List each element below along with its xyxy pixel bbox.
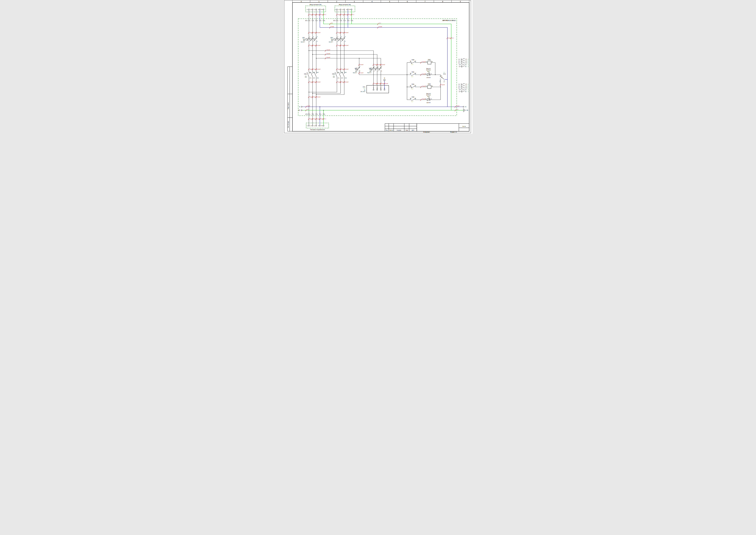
- enclosure-boundary: [298, 18, 457, 116]
- schematic-label: 4: [313, 41, 314, 42]
- schematic-label: 10: [377, 88, 378, 89]
- schematic-label: x1: [425, 73, 426, 74]
- aux-contact-no-blade: [411, 99, 415, 101]
- schematic-label: 3L2: [341, 72, 343, 73]
- schematic-label: N: [346, 9, 347, 10]
- wire-blue: [320, 10, 447, 107]
- schematic-label: L3: [342, 9, 343, 10]
- xref-contact-symbol: [461, 84, 462, 85]
- terminal: [351, 20, 352, 21]
- aux-contact-no-blade: [411, 74, 415, 76]
- schematic-label: Включен: [426, 70, 431, 70]
- schematic-label: 4: [378, 70, 378, 71]
- wire-color-label: Черный: [327, 53, 330, 54]
- contactor-pole-arc: [340, 72, 341, 73]
- junction-dot: [323, 110, 324, 111]
- xref-contact-symbol: [461, 91, 464, 92]
- schematic-label: 1L1: [310, 72, 311, 73]
- schematic-label: 11: [380, 88, 381, 89]
- schematic-label: 6kA: [303, 40, 305, 41]
- xref-right-terminal: 2T1: [465, 84, 467, 85]
- schematic-label: 6kA: [355, 71, 357, 72]
- wire-color-slash: [446, 37, 448, 39]
- xref-contact-symbol: [461, 59, 464, 60]
- wire-color-label: Ж-З: [452, 38, 454, 39]
- wire-color-label: Черный: [327, 49, 330, 50]
- schematic-label: 5: [352, 20, 353, 21]
- schematic-label: N: [318, 125, 319, 126]
- xref-contact-symbol: [461, 87, 462, 88]
- xref-sheet-reference: /5.0: [468, 59, 470, 60]
- xref-left-terminal: 3L2: [458, 61, 460, 62]
- schematic-label: Питание потребителя: [310, 129, 325, 130]
- junction-dot: [407, 74, 407, 75]
- wire-color-label: Черный: [317, 97, 320, 98]
- wire-black: [309, 76, 337, 92]
- schematic-label: L2: [310, 125, 311, 126]
- wire-color-label: Синий: [456, 105, 459, 106]
- schematic-label: Ввод питания №2: [339, 4, 351, 5]
- wire-color-slash: [308, 96, 310, 98]
- schematic-label: 62: [415, 61, 416, 62]
- terminal: [315, 20, 317, 21]
- xref-left-terminal: 1L1: [458, 84, 460, 85]
- terminal: [312, 9, 313, 10]
- schematic-label: /5.8: [364, 88, 365, 89]
- ruler-number: 5: [389, 1, 390, 2]
- schematic-label: 4: [321, 114, 321, 115]
- wire-color-label: Черный: [345, 45, 348, 46]
- schematic-label: A1: [426, 61, 427, 62]
- wire-color-label: Черный: [345, 69, 348, 70]
- schematic-label: 3: [313, 36, 314, 37]
- ruler-number: 4: [371, 1, 372, 2]
- schematic-label: 50A: [331, 39, 333, 40]
- wire-color-label: Ж-З: [379, 23, 381, 24]
- schematic-label: QF1: [302, 37, 305, 39]
- terminal: [315, 9, 317, 10]
- schematic-label: KM1: [412, 83, 414, 85]
- schematic-label: 61: [410, 61, 411, 62]
- wire-color-label: Ж-З: [352, 14, 354, 15]
- schematic-label: KM2: [428, 83, 431, 85]
- wire-color-label: Черный: [317, 32, 320, 33]
- terminal: [319, 125, 320, 126]
- wire-color-slash: [308, 69, 310, 70]
- terminal: [312, 114, 313, 115]
- xref-right-terminal: 54: [465, 89, 467, 90]
- contactor-pole-blade: [307, 72, 309, 76]
- terminal: [301, 110, 302, 111]
- terminal: [323, 9, 324, 10]
- schematic-label: A2: [432, 86, 433, 87]
- schematic-label: 1: [360, 66, 360, 67]
- ruler-number: 8: [442, 1, 443, 2]
- terminal: [463, 106, 464, 107]
- xref-left-terminal: 5L3: [458, 62, 460, 64]
- wire-color-slash: [308, 118, 310, 120]
- xref-right-terminal: 6T3: [465, 62, 467, 64]
- schematic-label: com: [443, 81, 445, 82]
- wire-color-label: Ж-З: [307, 109, 309, 110]
- terminal: [347, 20, 348, 21]
- schematic-label: 2T1: [338, 77, 339, 78]
- schematic-label: 2: [374, 70, 375, 71]
- schematic-label: 2: [341, 20, 342, 21]
- schematic-label: HL1: [427, 71, 430, 72]
- xref-contact-symbol: [461, 60, 462, 62]
- schematic-label: 5L3: [317, 72, 319, 73]
- schematic-label: 3p: [364, 90, 365, 91]
- xref-contact-symbol: [461, 62, 464, 64]
- wire-color-label: Черный: [441, 84, 445, 85]
- junction-dot: [316, 94, 316, 95]
- wire-color-label: Черный: [422, 73, 426, 74]
- schematic-label: 6A: [370, 70, 371, 70]
- ruler-number: 1: [318, 1, 319, 2]
- xref-sheet-reference: /5.2: [468, 87, 470, 89]
- schematic-label: KM2: [412, 59, 414, 61]
- xref-right-terminal: 6T3: [465, 87, 467, 89]
- schematic-label: /5.7: [412, 64, 413, 65]
- ruler-number: 0: [301, 1, 302, 2]
- wire-color-label: Синий: [320, 118, 324, 119]
- schematic-label: PE: [467, 109, 468, 111]
- schematic-label: /5.7: [412, 101, 413, 102]
- contactor-pole-arc: [344, 72, 345, 73]
